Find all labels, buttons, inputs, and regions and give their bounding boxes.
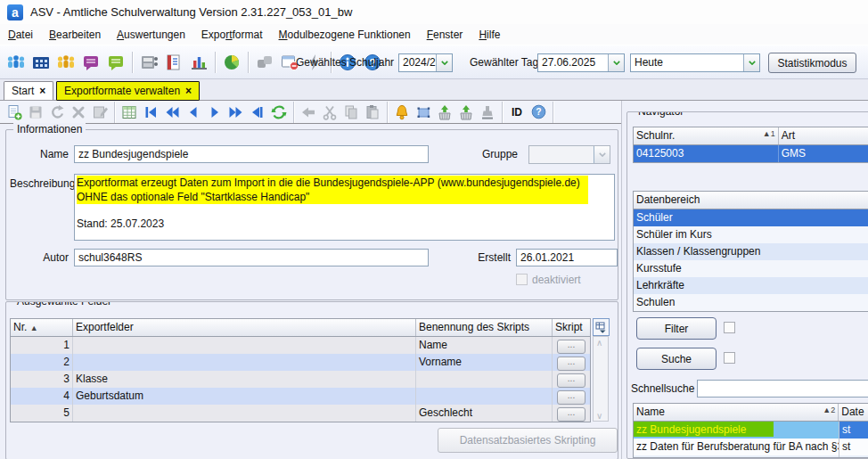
close-icon[interactable]: × (39, 85, 45, 97)
modus-select[interactable]: Heute (630, 53, 760, 72)
bar-chart-icon[interactable] (186, 50, 211, 75)
list-item-daten-berufsberatung[interactable]: zz Daten für Berufsberatung für BA nach … (634, 439, 868, 455)
tab-exportformate-verwalten[interactable]: Exportformate verwalten × (56, 81, 200, 101)
skript-edit-button[interactable]: ... (557, 407, 585, 422)
arrow-left-icon (298, 102, 319, 122)
menu-hilfe[interactable]: Hilfe (471, 27, 508, 43)
asv-logo-icon: a (7, 4, 23, 20)
informationen-legend: Informationen (13, 123, 86, 135)
list-item-schueler[interactable]: Schüler (634, 209, 868, 226)
tab-start[interactable]: Start × (4, 81, 53, 100)
bell-icon[interactable] (391, 102, 413, 122)
exportformat-detail-panel: Informationen Name Gruppe Beschreibung E… (0, 124, 621, 459)
nav-first-icon[interactable] (140, 102, 161, 122)
select-region-icon[interactable] (413, 102, 434, 122)
pie-chart-icon[interactable] (219, 50, 244, 75)
nav-back-icon[interactable] (183, 102, 204, 122)
report-purple-icon[interactable] (78, 50, 103, 75)
chevron-down-icon[interactable] (608, 54, 624, 71)
new-document-icon[interactable] (4, 102, 25, 122)
column-chooser-icon (595, 322, 607, 333)
datenbereich-header[interactable]: Datenbereich (634, 192, 868, 209)
list-item-kursstufe[interactable]: Kursstufe (634, 260, 868, 277)
refresh-icon[interactable] (268, 102, 290, 122)
menu-bearbeiten[interactable]: Bearbeiten (41, 27, 109, 43)
statistikmodus-button[interactable]: Statistikmodus (768, 53, 856, 73)
skript-edit-button[interactable]: ... (557, 357, 585, 371)
applicants-icon[interactable] (53, 50, 78, 75)
name-label: Name (13, 148, 69, 160)
beschreibung-stand-line: Stand: 25.07.2023 (77, 217, 612, 231)
erstellt-field[interactable] (516, 249, 618, 266)
schuljahr-select[interactable]: 2024/25 (398, 53, 453, 72)
list-item-schueler-im-kurs[interactable]: Schüler im Kurs (634, 226, 868, 243)
school-building-icon[interactable] (29, 50, 53, 75)
column-header-schulnr[interactable]: Schulnr. ▲1 (634, 127, 779, 144)
chevron-down-icon[interactable] (436, 54, 452, 71)
table-row[interactable]: 2 Vorname ... (11, 354, 590, 371)
print-list-icon[interactable] (136, 50, 161, 75)
skript-edit-button[interactable]: ... (557, 373, 585, 388)
title-bar: a ASV - Amtliche Schulverwaltung Version… (0, 0, 868, 24)
erstellt-label: Erstellt (457, 251, 511, 264)
column-header-exportfelder[interactable]: Exportfelder (73, 319, 416, 336)
table-icon[interactable] (119, 102, 140, 122)
tag-select[interactable]: 27.06.2025 (537, 53, 625, 72)
list-item-diagnoseverfahren-quop[interactable]: zz Diagnoseverfahren QUOP st (634, 455, 868, 458)
list-item-klassen-klassengruppen[interactable]: Klassen / Klassengruppen (634, 243, 868, 260)
skript-edit-button[interactable]: ... (557, 390, 585, 405)
menu-modulbezogene-funktionen[interactable]: Modulbezogene Funktionen (271, 27, 419, 43)
chevron-down-icon[interactable] (743, 54, 759, 71)
filter-button[interactable]: Filter (636, 317, 717, 340)
name-field[interactable] (74, 145, 429, 163)
menu-datei[interactable]: Datei (0, 27, 41, 43)
menu-bar: Datei Bearbeiten Auswertungen Exportform… (0, 24, 868, 45)
list-item-bundesjugendspiele[interactable]: zz Bundesjugendspiele st (634, 422, 868, 439)
help-icon[interactable]: ? (528, 102, 549, 122)
scroll-up-icon[interactable]: ∧ (596, 339, 605, 348)
report-green-icon[interactable] (103, 50, 128, 75)
export-basket-icon[interactable] (455, 102, 477, 122)
scroll-down-icon[interactable]: ∨ (596, 412, 605, 421)
table-scrollbar[interactable]: ∧ ∨ (593, 336, 609, 422)
suche-checkbox[interactable] (724, 352, 735, 364)
nav-fast-back-icon[interactable] (161, 102, 183, 122)
beschreibung-field[interactable]: Exportformat erzeugt Daten zum Import in… (74, 174, 615, 241)
schnellsuche-input[interactable] (697, 380, 868, 398)
id-button[interactable]: ID (506, 106, 528, 119)
list-item-schulen[interactable]: Schulen (634, 294, 868, 311)
schnellsuche-label: Schnellsuche (631, 382, 694, 395)
menu-auswertungen[interactable]: Auswertungen (109, 27, 193, 43)
nav-last-icon[interactable] (247, 102, 268, 122)
nav-fast-forward-icon[interactable] (225, 102, 247, 122)
column-header-art[interactable]: Art (779, 127, 868, 144)
tab-strip: Start × Exportformate verwalten × (0, 79, 868, 101)
nav-forward-icon[interactable] (204, 102, 225, 122)
filter-checkbox[interactable] (724, 322, 735, 333)
table-row[interactable]: 3 Klasse ... (11, 371, 590, 388)
school-table: Schulnr. ▲1 Art 04125003 GMS (633, 127, 868, 163)
datensatzbasiertes-skripting-button: Datensatzbasiertes Skripting (438, 428, 618, 453)
menu-fenster[interactable]: Fenster (419, 27, 471, 43)
column-header-benennung[interactable]: Benennung des Skripts (416, 319, 553, 336)
import-basket-icon[interactable] (434, 102, 455, 122)
school-row-selected[interactable]: 04125003 GMS (634, 145, 868, 162)
list-item-lehrkraefte[interactable]: Lehrkräfte (634, 277, 868, 294)
table-row[interactable]: 1 Name ... (11, 337, 590, 354)
table-row[interactable]: 4 Geburtsdatum ... (11, 388, 590, 405)
skript-edit-button[interactable]: ... (557, 340, 585, 354)
pupils-icon[interactable] (4, 50, 29, 75)
paste-icon (362, 102, 383, 122)
datenbereich-list: Datenbereich Schüler Schüler im Kurs Kla… (633, 191, 868, 312)
column-header-skript[interactable]: Skript (553, 319, 590, 336)
close-icon[interactable]: × (185, 85, 192, 97)
column-chooser-button[interactable] (593, 318, 610, 336)
column-header-nr[interactable]: Nr. ▲ (11, 319, 73, 336)
error-report-icon[interactable] (161, 50, 186, 75)
autor-field[interactable] (74, 249, 429, 266)
table-row[interactable]: 5 Geschlecht ... (11, 405, 590, 422)
suche-button[interactable]: Suche (636, 348, 717, 370)
column-header-name[interactable]: Name ▲2 (634, 404, 839, 421)
menu-exportformat[interactable]: Exportformat (193, 27, 271, 43)
column-header-date[interactable]: Date (839, 404, 868, 421)
